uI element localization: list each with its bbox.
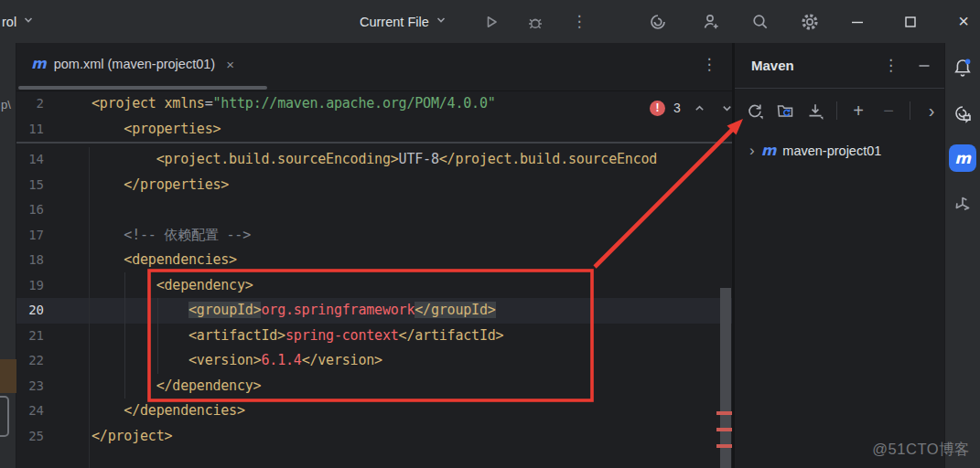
settings-button[interactable] [798,10,822,34]
tab-close-icon[interactable]: × [226,57,234,72]
clipped-text-fragment: p\ [1,98,11,112]
maven-header: Maven ⋮ [735,43,944,89]
line-number: 17 [16,223,88,249]
expand-node-icon[interactable]: › [749,142,755,160]
line-number: 15 [16,173,88,198]
editor-tab-bar: m pom.xml (maven-project01) × ⋮ [16,43,732,91]
error-stripe-mark[interactable] [716,411,732,415]
previous-error-button[interactable] [693,101,706,115]
download-sources-button[interactable] [806,101,824,120]
chevron-right-icon: › [929,101,935,120]
line-number: 11 [16,117,88,143]
line-number: 18 [16,248,88,273]
title-bar: rol Current File ⋮ [0,0,980,43]
line-number: 20 [16,298,88,324]
background-window-outline [0,396,9,437]
toolbar-expand-button[interactable]: › [922,101,941,120]
error-count: 3 [673,101,681,115]
code-text: <groupId>org.springframework</groupId> [88,298,496,324]
editor-scrollbar[interactable] [720,288,731,468]
tab-scrollbar[interactable] [18,86,267,90]
code-line[interactable]: 18 <dependencies> [16,248,732,273]
right-tool-window-strip: m [944,43,980,468]
maven-panel-title: Maven [751,58,883,73]
maven-tool-window-button[interactable]: m [949,144,976,172]
close-button[interactable]: × [942,0,980,43]
error-stripe-mark[interactable] [716,428,732,431]
toolbar-divider [836,101,837,120]
inspection-widget: ! 3 [650,99,732,117]
code-line[interactable]: 2<project xmlns="http://maven.apache.org… [16,91,732,117]
code-line[interactable]: 25</project> [16,424,732,450]
maven-tree-item-project[interactable]: › m maven-project01 [735,137,944,165]
editor-options-button[interactable]: ⋮ [697,52,721,76]
gutter-separator [89,147,90,468]
code-text: <version>6.1.4</version> [88,348,382,374]
watermark: @51CTO博客 [872,440,970,460]
maven-toolbar: + − › [735,89,944,133]
debug-button[interactable] [523,10,547,34]
add-user-button[interactable] [699,10,723,34]
left-window-strip: p\ [0,43,16,468]
maven-icon: m [954,151,971,166]
line-number: 24 [16,399,88,424]
code-line[interactable]: 17 <!-- 依赖配置 --> [16,223,732,249]
code-text: </properties> [88,173,229,198]
maven-tool-window: Maven ⋮ [732,43,944,468]
code-text: <dependency> [88,273,253,299]
toolbar-divider [910,101,910,120]
code-text: </dependency> [88,374,261,399]
project-widget-label: rol [2,15,16,29]
next-error-button[interactable] [720,101,732,115]
maven-project-icon: m [761,144,777,158]
code-editor[interactable]: 2<project xmlns="http://maven.apache.org… [16,91,732,468]
ide-window: rol Current File ⋮ [0,0,980,468]
add-maven-project-button[interactable]: + [849,101,867,120]
line-number: 2 [16,91,88,117]
search-button[interactable] [748,10,772,34]
line-number: 23 [16,374,88,399]
code-text: <project.build.sourceEncoding>UTF-8</pro… [88,147,657,173]
code-text: </project> [88,424,172,450]
maven-options-button[interactable]: ⋮ [883,58,899,73]
run-configuration-widget[interactable]: Current File [360,0,447,43]
run-button[interactable] [479,10,503,34]
code-text: <!-- 依赖配置 --> [88,223,251,249]
error-stripe-mark[interactable] [716,444,732,448]
code-text: <artifactId>spring-context</artifactId> [88,324,503,349]
generate-sources-folders-button[interactable] [776,101,794,120]
maven-project-name: maven-project01 [782,144,881,158]
build-tools-button[interactable] [950,192,975,218]
code-text: <properties> [88,117,221,143]
remove-maven-project-button[interactable]: − [879,101,898,120]
ai-chat-button[interactable] [950,101,975,126]
chevron-down-icon [22,14,35,29]
code-line[interactable]: 11 <properties> [16,117,732,143]
ai-assistant-button[interactable] [646,10,670,34]
minimize-button[interactable] [836,0,878,43]
code-line[interactable]: 16 [16,197,732,223]
code-line[interactable]: 14 <project.build.sourceEncoding>UTF-8</… [16,147,732,173]
line-number: 14 [16,147,88,173]
indent-guide [157,298,158,374]
code-text: <project xmlns="http://maven.apache.org/… [88,91,496,117]
kebab-icon: ⋮ [702,57,717,72]
hide-panel-button[interactable] [917,58,932,73]
line-number: 22 [16,348,88,374]
line-number: 25 [16,424,88,450]
sticky-lines-separator [16,142,732,144]
notifications-button[interactable] [950,55,975,80]
background-window-fragment [0,359,16,393]
code-line[interactable]: 15 </properties> [16,173,732,198]
error-indicator-icon[interactable]: ! [650,101,665,116]
tab-pom-xml[interactable]: m pom.xml (maven-project01) × [18,43,247,85]
minus-icon: − [883,101,894,120]
code-line[interactable]: 24 </dependencies> [16,399,732,424]
maximize-button[interactable] [889,0,932,43]
tab-label: pom.xml (maven-project01) [54,57,215,71]
plus-icon: + [853,101,864,120]
more-actions-button[interactable]: ⋮ [567,10,591,34]
indent-guide [124,272,125,399]
reload-all-projects-button[interactable] [746,101,764,120]
project-widget[interactable]: rol [2,0,35,43]
